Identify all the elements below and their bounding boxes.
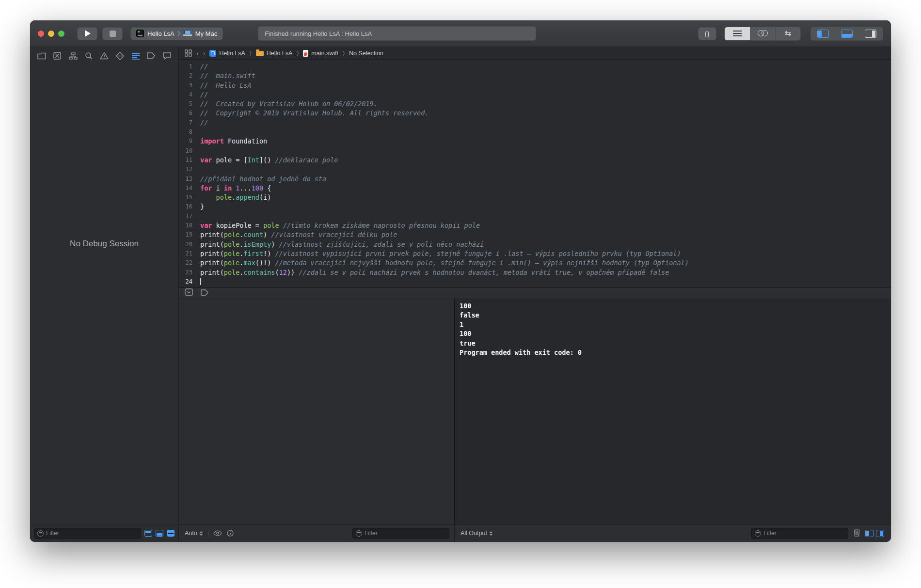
variables-view[interactable] — [179, 299, 454, 524]
console-filter-input[interactable] — [763, 530, 845, 537]
code-line[interactable]: 4// — [179, 90, 891, 99]
info-icon[interactable] — [227, 530, 234, 537]
hide-debug-area-icon[interactable] — [185, 288, 193, 298]
breadcrumb-file-label: main.swift — [311, 50, 338, 57]
trash-icon[interactable] — [853, 528, 860, 539]
breadcrumb-file[interactable]: main.swift — [303, 50, 338, 57]
breadcrumb-separator: 〉 — [250, 50, 252, 57]
code-line[interactable]: 22print(pole.max()!) //metoda vracející … — [179, 258, 891, 268]
console-scope-selector[interactable]: All Output — [460, 530, 493, 537]
toggle-inspector-button[interactable] — [860, 28, 881, 39]
assistant-editor-button[interactable] — [750, 27, 775, 40]
code-line[interactable]: 18var kopiePole = pole //tímto krokem zí… — [179, 221, 891, 230]
variables-filter-input[interactable] — [365, 530, 446, 537]
show-threads-toggle-icon[interactable] — [156, 530, 163, 537]
line-number: 14 — [179, 184, 200, 193]
project-navigator-icon[interactable] — [37, 51, 47, 61]
scheme-selector[interactable]: Hello LsA 〉 My Mac — [130, 27, 223, 40]
code-text: print(pole.first!) //vlastnost vypisujíc… — [200, 249, 681, 258]
code-line[interactable]: 19print(pole.count) //vlastnost vracejíc… — [179, 230, 891, 239]
code-line[interactable]: 21print(pole.first!) //vlastnost vypisuj… — [179, 249, 891, 258]
variables-scope-selector[interactable]: Auto — [185, 530, 203, 537]
related-items-icon[interactable] — [185, 49, 192, 57]
navigator-filter-field[interactable] — [34, 528, 141, 539]
show-memory-toggle-icon[interactable] — [167, 530, 175, 537]
console-scope-label: All Output — [460, 530, 487, 537]
close-window-button[interactable] — [38, 31, 44, 37]
code-line[interactable]: 3// Hello LsA — [179, 81, 891, 90]
code-line[interactable]: 6// Copyright © 2019 Vratislav Holub. Al… — [179, 109, 891, 118]
code-line[interactable]: 5// Created by Vratislav Holub on 06/02/… — [179, 99, 891, 109]
scheme-device-label[interactable]: My Mac — [195, 30, 218, 37]
test-icon[interactable] — [115, 51, 125, 61]
code-line[interactable]: 13//přidání hodnot od jedné do sta — [179, 175, 891, 184]
back-button[interactable]: ‹ — [196, 50, 199, 57]
version-editor-button[interactable]: ⇆ — [775, 27, 800, 40]
scheme-separator: 〉 — [178, 30, 180, 37]
code-line[interactable]: 2// main.swift — [179, 71, 891, 80]
code-line[interactable]: 11var pole = [Int]() //deklarace pole — [179, 156, 891, 165]
line-number: 9 — [179, 137, 200, 146]
source-control-icon[interactable] — [52, 51, 62, 61]
code-line[interactable]: 14for i in 1...100 { — [179, 184, 891, 193]
code-line[interactable]: 7// — [179, 118, 891, 127]
report-icon[interactable] — [162, 51, 172, 61]
filter-icon — [356, 530, 362, 537]
breadcrumb-project[interactable]: Hello LsA — [209, 50, 245, 57]
code-line[interactable]: 15 pole.append(i) — [179, 193, 891, 202]
line-number: 24 — [179, 277, 200, 286]
eye-icon[interactable] — [213, 530, 222, 536]
console-filter-field[interactable] — [751, 528, 848, 539]
standard-editor-button[interactable] — [725, 27, 750, 40]
console-output[interactable]: 100false1100trueProgram ended with exit … — [454, 299, 891, 524]
run-button[interactable] — [77, 27, 97, 40]
inspector-panel-icon — [865, 30, 876, 38]
code-line[interactable]: 17 — [179, 212, 891, 221]
toggle-navigator-button[interactable] — [812, 28, 834, 39]
line-number: 23 — [179, 268, 200, 277]
source-editor[interactable]: 1//2// main.swift3// Hello LsA4//5// Cre… — [179, 60, 891, 287]
navigator-filter-bar — [30, 524, 178, 542]
toggle-debug-area-button[interactable] — [836, 28, 857, 39]
code-line[interactable]: 1// — [179, 62, 891, 71]
code-text — [200, 277, 201, 286]
console-bar: All Output — [454, 524, 891, 542]
code-line[interactable]: 16} — [179, 202, 891, 211]
editor-mode-segmented-control: ⇆ — [724, 27, 801, 41]
code-line[interactable]: 12 — [179, 165, 891, 174]
assistant-editor-icon — [758, 30, 768, 37]
forward-button[interactable]: › — [203, 50, 206, 57]
minimize-window-button[interactable] — [48, 31, 54, 37]
code-text: // — [200, 118, 208, 127]
code-line[interactable]: 24 — [179, 277, 891, 286]
breakpoint-icon[interactable] — [146, 51, 156, 61]
breadcrumb-group[interactable]: Hello LsA — [256, 50, 293, 57]
line-number: 16 — [179, 202, 200, 211]
breakpoint-tag-icon[interactable] — [201, 289, 208, 298]
line-number: 11 — [179, 156, 200, 165]
symbol-navigator-icon[interactable] — [68, 51, 78, 61]
issue-icon[interactable] — [99, 51, 109, 61]
scheme-target-label[interactable]: Hello LsA — [147, 30, 175, 37]
code-line[interactable]: 10 — [179, 146, 891, 156]
text-cursor — [200, 278, 201, 285]
code-line[interactable]: 9import Foundation — [179, 137, 891, 146]
show-processes-toggle-icon[interactable] — [144, 530, 152, 537]
variables-filter-field[interactable] — [352, 528, 449, 539]
breadcrumb-selection[interactable]: No Selection — [349, 50, 383, 57]
stop-button[interactable] — [102, 27, 123, 40]
code-line[interactable]: 23print(pole.contains(12)) //zdali se v … — [179, 268, 891, 277]
console-pane-left-icon[interactable] — [865, 530, 873, 537]
navigator-filter-input[interactable] — [46, 530, 138, 537]
console-pane-right-icon[interactable] — [876, 530, 884, 537]
debug-icon[interactable] — [131, 51, 141, 61]
code-text: // Copyright © 2019 Vratislav Holub. All… — [200, 109, 429, 118]
code-line[interactable]: 8 — [179, 127, 891, 137]
find-icon[interactable] — [84, 51, 94, 61]
zoom-window-button[interactable] — [58, 31, 64, 37]
library-button[interactable]: {} — [698, 27, 716, 40]
jump-bar: ‹ › Hello LsA 〉 Hello LsA 〉 main.swift 〉 — [179, 47, 891, 60]
debug-bottom-bar: Auto All Output — [179, 524, 891, 542]
code-line[interactable]: 20print(pole.isEmpty) //vlastnost zjišťu… — [179, 240, 891, 249]
filter-icon — [37, 530, 44, 537]
